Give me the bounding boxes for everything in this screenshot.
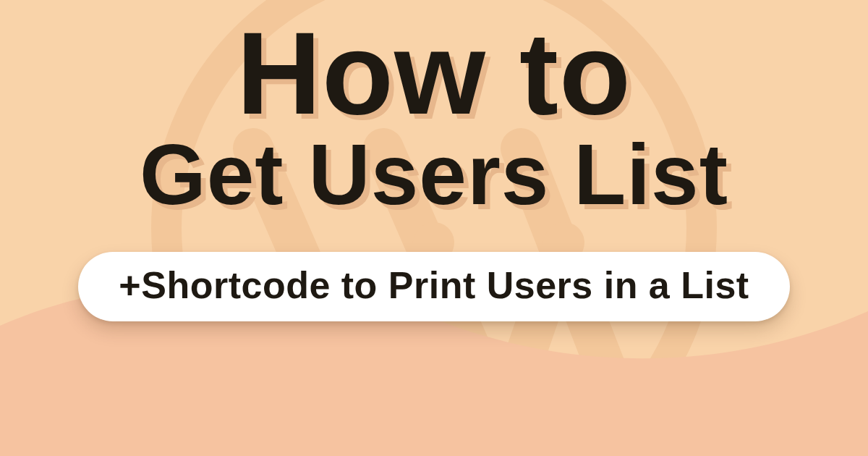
banner-content: How to Get Users List +Shortcode to Prin… bbox=[0, 0, 868, 456]
title-line-1: How to bbox=[237, 13, 631, 132]
subtitle-text: +Shortcode to Print Users in a List bbox=[119, 263, 749, 307]
subtitle-pill: +Shortcode to Print Users in a List bbox=[78, 252, 789, 321]
title-line-2: Get Users List bbox=[140, 131, 728, 218]
